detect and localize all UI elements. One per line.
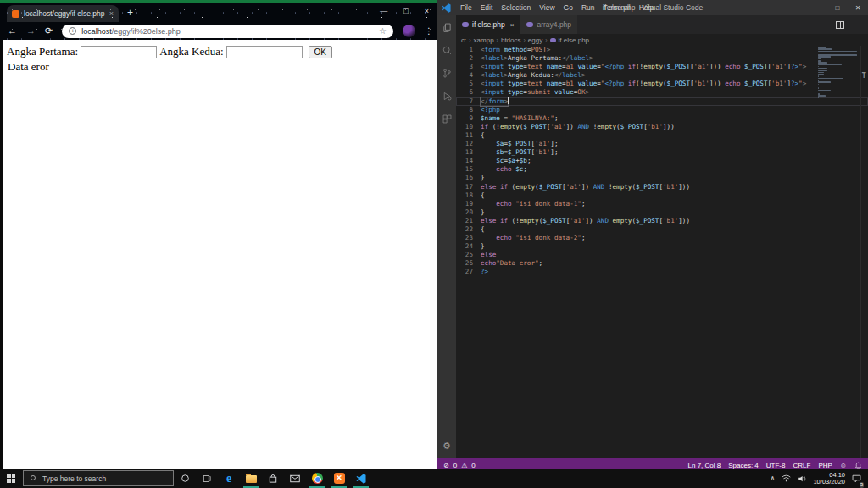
task-view-button[interactable] [196,469,218,488]
minimap[interactable] [818,47,860,106]
menu-go[interactable]: Go [559,3,577,12]
minimap-line [818,80,819,81]
code-line[interactable]: 24} [456,242,868,251]
input-angka-pertama[interactable] [81,46,157,58]
breadcrumb-file[interactable]: if else.php [559,36,589,44]
explorer-icon[interactable] [442,22,453,33]
ok-button[interactable]: OK [309,46,332,58]
tab-close-icon[interactable]: × [109,9,114,18]
source-control-icon[interactable] [442,68,453,79]
tray-expand-icon[interactable]: ∧ [771,474,776,482]
browser-menu-icon[interactable]: ⋮ [425,30,430,33]
code-line[interactable]: 7</form> [456,97,868,106]
vscode-button[interactable] [350,469,372,488]
bookmark-star-icon[interactable]: ☆ [379,26,387,36]
breadcrumb-item[interactable]: c: [461,36,466,44]
vscode-close-button[interactable]: ✕ [848,4,868,12]
code-line[interactable]: 19 echo "isi donk data-1"; [456,200,868,208]
menu-edit[interactable]: Edit [476,3,498,12]
menu-file[interactable]: File [456,3,476,12]
split-editor-icon[interactable] [836,21,844,29]
menu-help[interactable]: Help [635,3,658,12]
file-explorer-button[interactable] [240,469,262,488]
code-line[interactable]: 14 $c=$a+$b; [456,157,868,165]
menu-terminal[interactable]: Terminal [599,3,635,12]
code-line[interactable]: 16} [456,174,868,182]
tab-close-icon[interactable]: × [510,21,515,29]
breadcrumb-item[interactable]: htdocs [501,36,521,44]
tab-if-else-php[interactable]: if else.php × [456,15,520,34]
code-line[interactable]: 20} [456,208,868,217]
code-line[interactable]: 25else [456,251,868,259]
vscode-maximize-button[interactable]: □ [827,4,848,12]
start-button[interactable] [0,469,22,488]
url-text[interactable]: localhost/eggy/if%20else.php [81,27,374,36]
minimap-line [818,62,827,64]
search-icon[interactable] [442,45,453,56]
menu-selection[interactable]: Selection [497,3,535,12]
store-button[interactable] [262,469,284,488]
action-center-button[interactable]: 3 [852,471,861,486]
more-actions-icon[interactable]: ··· [851,20,861,29]
run-debug-icon[interactable] [442,91,453,102]
site-info-icon[interactable]: i [69,27,76,35]
breadcrumb-item[interactable]: eggy [528,36,542,44]
taskbar-search-box[interactable]: Type here to search [23,470,174,486]
code-editor[interactable]: 1<form method=POST>2<label>Angka Pertama… [456,46,868,458]
back-icon[interactable]: ← [8,26,17,36]
code-line[interactable]: 21else if (!empty($_POST['a1']) AND empt… [456,217,868,225]
cortana-button[interactable] [174,469,196,488]
breadcrumb[interactable]: c:›xampp›htdocs›eggy›if else.php [461,34,868,46]
input-angka-kedua[interactable] [226,46,303,58]
token: <?php [604,63,624,70]
browser-maximize-button[interactable]: □ [403,7,408,15]
code-line[interactable]: 9$name = "HASILNYA:"; [456,114,868,123]
code-line[interactable]: 8<?php [456,106,868,114]
code-line[interactable]: 26echo"Data eror"; [456,259,868,268]
code-line[interactable]: 5<input type=text name=b1 value="<?php i… [456,80,868,88]
breadcrumb-item[interactable]: xampp [474,36,494,44]
code-line[interactable]: 17else if (empty($_POST['a1']) AND !empt… [456,183,868,191]
breadcrumb-separator-icon: › [524,37,526,43]
new-tab-button[interactable]: + [127,8,133,18]
edge-button[interactable]: e [218,469,240,488]
menu-view[interactable]: View [535,3,559,12]
xampp-button[interactable]: ✕ [328,469,350,488]
vscode-minimize-button[interactable]: ─ [807,4,827,12]
tab-array4-php[interactable]: array4.php [520,15,577,34]
system-tray: ∧ 04.10 10/03/2020 3 [771,471,868,486]
reload-icon[interactable]: ⟳ [45,26,53,36]
code-line[interactable]: 2<label>Angka Pertama:</label> [456,54,868,63]
code-line[interactable]: 23 echo "isi donk data-2"; [456,234,868,242]
code-line[interactable]: 15 echo $c; [456,165,868,174]
settings-gear-icon[interactable]: ⚙ [437,441,456,452]
menu-run[interactable]: Run [577,3,599,12]
address-bar[interactable]: i localhost/eggy/if%20else.php ☆ [62,25,393,38]
minimap-line [818,48,832,50]
code-line[interactable]: 22{ [456,225,868,234]
code-line[interactable]: 10if (!empty($_POST['a1']) AND !empty($_… [456,123,868,131]
code-line[interactable]: 3<input type=text name=a1 value="<?php i… [456,63,868,71]
browser-tab[interactable]: localhost/eggy/if else.php × [7,5,119,22]
code-line[interactable]: 12 $a=$_POST['a1']; [456,140,868,148]
extensions-icon[interactable] [442,114,453,125]
code-line[interactable]: 11{ [456,131,868,140]
token: </ [481,97,488,105]
code-line[interactable]: 13 $b=$_POST['b1']; [456,148,868,157]
code-line[interactable]: 27?> [456,268,868,276]
taskbar-clock[interactable]: 04.10 10/03/2020 [813,472,845,485]
browser-close-button[interactable]: × [425,7,429,15]
wifi-icon[interactable] [782,474,791,482]
code-line[interactable]: 1<form method=POST> [456,46,868,54]
volume-icon[interactable] [798,474,806,483]
chrome-button[interactable] [306,469,328,488]
browser-minimize-button[interactable]: — [380,7,387,15]
code-line[interactable]: 4<label>Angka Kedua:</label> [456,71,868,80]
mail-button[interactable] [284,469,306,488]
code-line[interactable]: 18{ [456,191,868,200]
profile-avatar[interactable] [403,25,415,37]
scrollbar[interactable] [860,46,861,458]
code-line[interactable]: 6<input type=submit value=OK> [456,88,868,97]
token: 'b1' [648,123,663,130]
forward-icon[interactable]: → [26,26,36,36]
